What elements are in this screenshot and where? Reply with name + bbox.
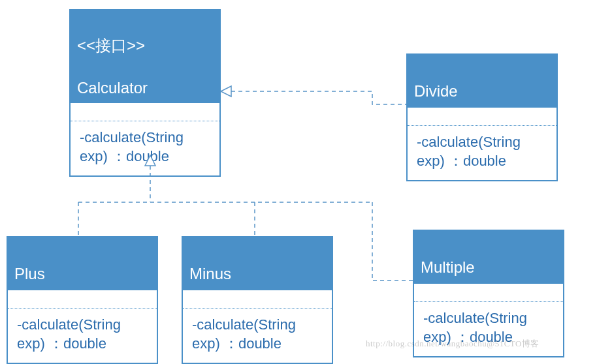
class-divide: Divide -calculate(String exp) ：double [406,53,558,181]
class-name-text: Divide [414,82,458,100]
class-attributes-empty [8,290,157,309]
class-divide-header: Divide [408,55,556,108]
class-methods: -calculate(String exp) ：double [8,309,157,363]
class-attributes-empty [183,290,332,309]
class-methods: -calculate(String exp) ：double [183,309,332,363]
realization-line-multiple [372,202,413,281]
class-name-text: Calculator [77,79,148,97]
class-attributes-empty [414,284,563,302]
stereotype-text: <<接口>> [77,37,145,54]
class-name-text: Plus [14,265,45,282]
class-calculator: <<接口>> Calculator -calculate(String exp)… [69,9,221,177]
class-calculator-header: <<接口>> Calculator [71,10,219,103]
class-multiple-header: Multiple [414,231,563,284]
class-plus-header: Plus [8,237,157,290]
class-attributes-empty [408,108,556,126]
class-plus: Plus -calculate(String exp) ：double [7,236,158,364]
class-name-text: Multiple [421,258,475,276]
watermark-text: http://blog.csdn.net/wangbaochu@51CTO博客 [366,338,540,350]
class-methods: -calculate(String exp) ：double [408,126,556,180]
class-attributes-empty [71,103,219,121]
class-name-text: Minus [189,265,231,282]
class-minus-header: Minus [183,237,332,290]
class-methods: -calculate(String exp) ：double [71,121,219,175]
class-minus: Minus -calculate(String exp) ：double [182,236,333,364]
realization-line-divide [231,91,406,104]
arrowhead-icon [221,86,231,97]
